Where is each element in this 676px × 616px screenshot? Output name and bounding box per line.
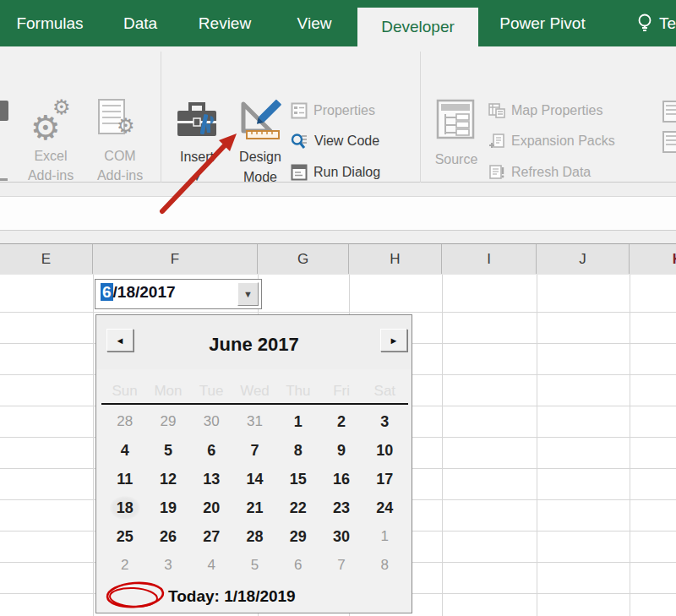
calendar-day[interactable]: 14 [233, 465, 276, 493]
tab-view[interactable]: View [269, 0, 360, 46]
calendar-day[interactable]: 6 [276, 551, 319, 580]
calendar-day[interactable]: 29 [146, 407, 189, 436]
source-label: Source [429, 151, 483, 168]
calendar-day[interactable]: 15 [276, 465, 319, 493]
calendar-day[interactable]: 24 [363, 493, 406, 522]
gear-overlay-icon: ⚙ [117, 116, 135, 136]
calendar-header: ◄ June 2017 ► [96, 315, 412, 369]
formula-bar-area [0, 183, 676, 243]
calendar-day[interactable]: 31 [233, 407, 276, 436]
calendar-day-selected[interactable]: 18 [103, 493, 146, 522]
calendar-title: June 2017 [96, 334, 412, 356]
truncated-icon [662, 101, 676, 123]
calendar-day[interactable]: 5 [146, 436, 189, 465]
column-header-k[interactable]: K [630, 244, 676, 274]
calendar-day[interactable]: 5 [233, 551, 276, 580]
calendar-day[interactable]: 22 [276, 493, 319, 522]
map-properties-button[interactable]: Map Properties [488, 101, 603, 121]
design-mode-label-1: Design [234, 149, 286, 166]
insert-dropdown-icon: ▼ [172, 173, 222, 183]
calendar-day[interactable]: 25 [103, 522, 146, 551]
calendar-day[interactable]: 3 [363, 407, 406, 436]
calendar-day[interactable]: 4 [103, 436, 146, 465]
column-header-f[interactable]: F [93, 244, 258, 274]
properties-icon [291, 102, 308, 119]
run-dialog-button[interactable]: Run Dialog [291, 162, 380, 183]
calendar-day[interactable]: 20 [190, 493, 233, 522]
properties-label: Properties [313, 103, 375, 118]
tab-power-pivot[interactable]: Power Pivot [478, 0, 607, 46]
map-properties-label: Map Properties [511, 103, 603, 118]
date-picker-selected-segment: 6 [101, 283, 113, 301]
column-header-h[interactable]: H [349, 244, 442, 274]
calendar-day[interactable]: 4 [190, 551, 233, 580]
tell-me-label: Te [659, 14, 676, 33]
calendar-day[interactable]: 30 [190, 407, 233, 436]
date-picker-calendar: ◄ June 2017 ► SunMonTueWedThuFriSat 2829… [95, 314, 412, 613]
calendar-day[interactable]: 2 [319, 407, 363, 436]
ribbon: ⚙ ⚙ Excel Add-ins ⚙ COM Add-ins Add-ins … [0, 46, 676, 183]
tab-developer[interactable]: Developer [357, 8, 478, 46]
expansion-packs-label: Expansion Packs [511, 134, 615, 149]
calendar-day[interactable]: 1 [276, 407, 319, 436]
calendar-day[interactable]: 28 [233, 522, 276, 551]
calendar-day[interactable]: 17 [363, 465, 406, 493]
tab-formulas[interactable]: Formulas [0, 0, 100, 46]
design-mode-icon [236, 94, 283, 141]
date-picker-combo[interactable]: 6/18/2017 ▼ [95, 279, 262, 309]
column-header-j[interactable]: J [537, 244, 630, 274]
calendar-day[interactable]: 8 [363, 551, 406, 580]
toolbox-icon [177, 97, 217, 139]
calendar-day[interactable]: 28 [103, 407, 146, 436]
run-dialog-icon [291, 164, 308, 181]
calendar-day[interactable]: 12 [146, 465, 189, 493]
calendar-today-label[interactable]: Today: 1/18/2019 [168, 587, 296, 606]
refresh-data-button[interactable]: Refresh Data [488, 162, 591, 183]
calendar-day[interactable]: 23 [319, 493, 363, 522]
column-header-e[interactable]: E [0, 244, 93, 274]
view-code-button[interactable]: View Code [291, 131, 379, 151]
truncated-button-dash [0, 178, 8, 181]
calendar-day[interactable]: 13 [190, 465, 233, 493]
calendar-day[interactable]: 16 [319, 465, 363, 493]
formula-bar[interactable] [0, 196, 676, 231]
com-addins-label-1: COM [81, 148, 159, 165]
date-picker-value: 6/18/2017 [101, 283, 176, 302]
calendar-day[interactable]: 30 [319, 522, 363, 551]
calendar-day[interactable]: 19 [146, 493, 189, 522]
calendar-day[interactable]: 6 [190, 436, 233, 465]
tab-data[interactable]: Data [100, 0, 181, 46]
weekday-fri: Fri [319, 381, 363, 401]
gridline [93, 275, 94, 616]
calendar-next-month-button[interactable]: ► [380, 329, 407, 352]
calendar-day[interactable]: 7 [319, 551, 363, 580]
tell-me[interactable]: Te [636, 0, 676, 46]
calendar-day[interactable]: 21 [233, 493, 276, 522]
calendar-footer: Today: 1/18/2019 [96, 580, 412, 613]
weekday-mon: Mon [146, 381, 189, 401]
excel-addins-label-1: Excel [12, 148, 90, 165]
weekday-thu: Thu [276, 381, 319, 401]
right-arrow-icon: ► [390, 335, 399, 346]
calendar-day[interactable]: 8 [276, 436, 319, 465]
calendar-day[interactable]: 9 [319, 436, 363, 465]
calendar-separator [101, 403, 408, 405]
calendar-day[interactable]: 26 [146, 522, 189, 551]
expansion-packs-button[interactable]: Expansion Packs [488, 131, 615, 151]
group-separator [161, 52, 161, 197]
calendar-day[interactable]: 7 [233, 436, 276, 465]
calendar-day[interactable]: 27 [190, 522, 233, 551]
gear-small-icon: ⚙ [52, 97, 71, 117]
properties-button[interactable]: Properties [291, 101, 375, 121]
calendar-weekday-row: SunMonTueWedThuFriSat [103, 381, 406, 401]
column-header-i[interactable]: I [442, 244, 537, 274]
calendar-day[interactable]: 1 [363, 522, 406, 551]
ribbon-tab-bar: FormulasDataReviewViewDeveloperPower Piv… [0, 0, 676, 46]
expansion-packs-icon [488, 133, 505, 150]
date-picker-dropdown-button[interactable]: ▼ [237, 282, 259, 306]
calendar-day[interactable]: 11 [103, 465, 146, 493]
calendar-day[interactable]: 29 [276, 522, 319, 551]
calendar-day[interactable]: 10 [363, 436, 406, 465]
tab-review[interactable]: Review [181, 0, 269, 46]
column-header-g[interactable]: G [258, 244, 349, 274]
